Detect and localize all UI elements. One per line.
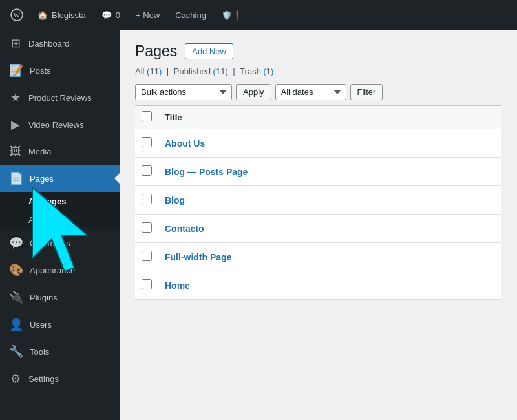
row-checkbox[interactable] [142,137,152,147]
plugins-icon: 🔌 [9,290,23,304]
svg-text:W: W [14,11,21,19]
posts-icon: 📝 [9,63,23,78]
users-icon: 👤 [9,317,23,331]
select-all-checkbox-col [135,106,158,129]
row-checkbox-col [135,243,158,271]
bulk-actions-select[interactable]: Bulk actions Edit Move to Trash [135,84,232,100]
sidebar: ⊞ Dashboard 📝 Posts ★ Product Reviews ▶ … [0,30,120,420]
sidebar-item-settings[interactable]: ⚙ Settings [0,365,120,392]
pages-table: Title About Us Blog — Posts Page [135,105,501,300]
page-title-cell: Home [158,271,501,300]
sidebar-item-users[interactable]: 👤 Users [0,311,120,338]
filter-button[interactable]: Filter [350,84,383,100]
home-icon: 🏠 [37,10,48,20]
sidebar-item-plugins[interactable]: 🔌 Plugins [0,284,120,311]
page-header: Pages Add New [135,43,501,60]
add-new-button[interactable]: Add New [185,43,233,59]
shield-icon: 🛡️❗ [222,10,242,20]
row-checkbox-col [135,158,158,186]
page-title-link[interactable]: Blog [165,195,185,205]
security-bar-item[interactable]: 🛡️❗ [215,0,249,30]
table-row: Blog — Posts Page [135,158,501,186]
row-checkbox-col [135,215,158,243]
settings-icon: ⚙ [9,372,22,386]
page-title-cell: Contacto [158,215,501,243]
filter-all-link[interactable]: All (11) [135,67,164,76]
admin-bar: W 🏠 Blogissta 💬 0 + New Caching 🛡️❗ [0,0,517,30]
caching-bar-item[interactable]: Caching [169,0,213,30]
sidebar-item-dashboard[interactable]: ⊞ Dashboard [0,30,120,57]
row-checkbox[interactable] [142,194,152,204]
sidebar-item-comments[interactable]: 💬 Comments [0,229,120,257]
sidebar-subitem-all-pages[interactable]: All Pages [0,192,120,211]
star-icon: ★ [9,90,22,105]
tools-icon: 🔧 [9,344,23,359]
apply-button[interactable]: Apply [236,84,271,100]
row-checkbox-col [135,186,158,215]
row-checkbox[interactable] [142,279,152,289]
sidebar-item-posts[interactable]: 📝 Posts [0,57,120,84]
row-checkbox-col [135,129,158,158]
row-checkbox[interactable] [142,251,152,261]
sidebar-item-product-reviews[interactable]: ★ Product Reviews [0,84,120,111]
main-layout: ⊞ Dashboard 📝 Posts ★ Product Reviews ▶ … [0,30,517,420]
filter-published-link[interactable]: Published (11) [174,67,230,76]
page-title-cell: Blog [158,186,501,215]
table-row: Contacto [135,215,501,243]
site-name-bar-item[interactable]: 🏠 Blogissta [31,0,92,30]
toolbar: Bulk actions Edit Move to Trash Apply Al… [135,84,501,100]
page-title-cell: Full-width Page [158,243,501,271]
sidebar-item-video-reviews[interactable]: ▶ Video Reviews [0,111,120,138]
filter-trash-link[interactable]: Trash (1) [240,67,273,76]
sidebar-subitem-add-new[interactable]: Add New [0,211,120,229]
comments-icon: 💬 [101,10,112,20]
main-content: Pages Add New All (11) | Published (11) … [120,30,517,420]
video-icon: ▶ [9,118,22,132]
pages-icon: 📄 [9,171,23,185]
table-header-row: Title [135,106,501,129]
comments-icon: 💬 [9,236,23,250]
page-title-link[interactable]: Contacto [165,224,204,234]
table-row: Home [135,271,501,300]
comments-bar-item[interactable]: 💬 0 [95,0,127,30]
media-icon: 🖼 [9,145,22,158]
sidebar-item-media[interactable]: 🖼 Media [0,138,120,165]
row-checkbox[interactable] [142,165,152,176]
page-title-cell: Blog — Posts Page [158,158,501,186]
filter-links: All (11) | Published (11) | Trash (1) [135,67,501,76]
page-title-link[interactable]: Blog — Posts Page [165,167,248,177]
sidebar-item-appearance[interactable]: 🎨 Appearance [0,257,120,284]
page-title-link[interactable]: About Us [165,138,205,149]
table-row: About Us [135,129,501,158]
new-bar-item[interactable]: + New [129,0,166,30]
sidebar-item-pages[interactable]: 📄 Pages [0,165,120,192]
page-title-cell: About Us [158,129,501,158]
page-title-link[interactable]: Full-width Page [165,252,231,262]
all-dates-select[interactable]: All dates [275,84,346,100]
wp-logo[interactable]: W [5,0,28,30]
pages-submenu: All Pages Add New [0,192,120,229]
appearance-icon: 🎨 [9,263,23,277]
table-row: Blog [135,186,501,215]
title-column-header: Title [158,106,501,129]
table-row: Full-width Page [135,243,501,271]
row-checkbox-col [135,271,158,300]
page-title: Pages [135,43,177,60]
page-title-link[interactable]: Home [165,280,190,291]
sidebar-item-tools[interactable]: 🔧 Tools [0,338,120,365]
dashboard-icon: ⊞ [9,36,22,50]
select-all-checkbox[interactable] [142,111,152,121]
row-checkbox[interactable] [142,222,152,233]
